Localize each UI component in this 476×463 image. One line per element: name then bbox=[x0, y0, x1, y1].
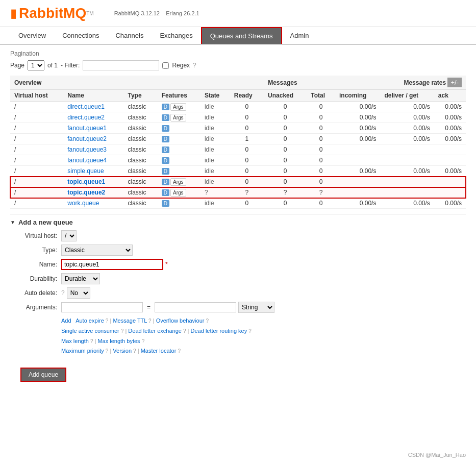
add-queue-button[interactable]: Add queue bbox=[20, 368, 66, 382]
arg-master-locator[interactable]: Master locator bbox=[141, 348, 177, 354]
cell-deliver: 0.00/s bbox=[380, 123, 434, 134]
cell-name[interactable]: topic.queue2 bbox=[63, 187, 123, 198]
type-row: Type: Classic Quorum Stream bbox=[10, 245, 466, 256]
pagination-section: Pagination Page 1 of 1 - Filter: Regex ? bbox=[10, 50, 466, 70]
auto-delete-select[interactable]: No Yes bbox=[67, 287, 90, 299]
cell-type: classic bbox=[123, 177, 157, 187]
cell-unacked: 0 bbox=[264, 144, 307, 155]
name-required: * bbox=[165, 261, 168, 268]
col-total: Total bbox=[307, 90, 335, 102]
header: ▮ RabbitMQ TM RabbitMQ 3.12.12 Erlang 26… bbox=[0, 0, 476, 27]
table-row[interactable]: / fanout.queue1 classic D idle 0 0 0 0.0… bbox=[10, 123, 466, 134]
arg-add[interactable]: Add bbox=[61, 318, 71, 324]
table-row[interactable]: / fanout.queue3 classic D idle 0 0 0 bbox=[10, 144, 466, 155]
cell-type: classic bbox=[123, 187, 157, 198]
cell-name[interactable]: topic.queue1 bbox=[63, 177, 123, 187]
arg-dead-letter-routing-key[interactable]: Dead letter routing key bbox=[191, 328, 247, 334]
col-ready: Ready bbox=[230, 90, 264, 102]
nav-overview[interactable]: Overview bbox=[10, 27, 54, 44]
durability-row: Durability: Durable Transient bbox=[10, 273, 466, 284]
table-row[interactable]: / direct.queue2 classic DArgs idle 0 0 0… bbox=[10, 112, 466, 123]
nav: Overview Connections Channels Exchanges … bbox=[0, 27, 476, 45]
arg-message-ttl[interactable]: Message TTL bbox=[113, 318, 147, 324]
cell-name[interactable]: work.queue bbox=[63, 198, 123, 209]
page-select[interactable]: 1 bbox=[28, 60, 44, 70]
cell-deliver: 0.00/s bbox=[380, 198, 434, 209]
cell-total: 0 bbox=[307, 198, 335, 209]
cell-name[interactable]: fanout.queue2 bbox=[63, 134, 123, 144]
cell-name[interactable]: fanout.queue3 bbox=[63, 144, 123, 155]
nav-admin[interactable]: Admin bbox=[282, 27, 317, 44]
arg-maximum-priority[interactable]: Maximum priority bbox=[61, 348, 104, 354]
type-select[interactable]: Classic Quorum Stream bbox=[61, 245, 133, 256]
arg-single-active-consumer[interactable]: Single active consumer bbox=[61, 328, 119, 334]
argument-type-select[interactable]: String Number Boolean List bbox=[238, 302, 274, 313]
argument-key-input[interactable] bbox=[61, 302, 143, 312]
cell-vhost: / bbox=[10, 144, 63, 155]
name-input[interactable] bbox=[61, 259, 163, 270]
table-row[interactable]: / simple.queue classic D idle 0 0 0 0.00… bbox=[10, 166, 466, 177]
cell-unacked: 0 bbox=[264, 102, 307, 112]
cell-type: classic bbox=[123, 155, 157, 166]
cell-name[interactable]: fanout.queue4 bbox=[63, 155, 123, 166]
cell-ready: 0 bbox=[230, 155, 264, 166]
cell-name[interactable]: direct.queue2 bbox=[63, 112, 123, 123]
logo-tm: TM bbox=[86, 11, 93, 16]
cell-type: classic bbox=[123, 198, 157, 209]
cell-name[interactable]: simple.queue bbox=[63, 166, 123, 177]
badge-args: Args bbox=[170, 189, 186, 197]
arg-overflow-behaviour[interactable]: Overflow behaviour bbox=[156, 318, 205, 324]
add-queue-title[interactable]: ▼ Add a new queue bbox=[10, 218, 466, 226]
table-row[interactable]: / topic.queue2 classic DArgs ? ? ? ? bbox=[10, 187, 466, 198]
arg-auto-expire[interactable]: Auto expire bbox=[76, 318, 104, 324]
badge-args: Args bbox=[170, 114, 186, 121]
nav-exchanges[interactable]: Exchanges bbox=[152, 27, 201, 44]
cell-name[interactable]: direct.queue1 bbox=[63, 102, 123, 112]
filter-input[interactable] bbox=[83, 60, 159, 70]
cell-features: D bbox=[158, 144, 201, 155]
cell-state: idle bbox=[201, 102, 230, 112]
cell-type: classic bbox=[123, 102, 157, 112]
cell-features: DArgs bbox=[158, 102, 201, 112]
table-row[interactable]: / direct.queue1 classic DArgs idle 0 0 0… bbox=[10, 102, 466, 112]
badge-args: Args bbox=[170, 103, 186, 111]
cell-features: D bbox=[158, 166, 201, 177]
cell-state: idle bbox=[201, 112, 230, 123]
arg-dead-letter-exchange[interactable]: Dead letter exchange bbox=[128, 328, 182, 334]
badge-d: D bbox=[162, 147, 169, 153]
table-row[interactable]: / topic.queue1 classic DArgs idle 0 0 0 bbox=[10, 177, 466, 187]
col-name: Name bbox=[63, 90, 123, 102]
add-queue-title-text: Add a new queue bbox=[18, 218, 73, 226]
badge-d: D bbox=[162, 200, 169, 207]
table-row[interactable]: / fanout.queue4 classic D idle 0 0 0 bbox=[10, 155, 466, 166]
table-row[interactable]: / work.queue classic D idle 0 0 0 0.00/s… bbox=[10, 198, 466, 209]
cell-ready: 0 bbox=[230, 123, 264, 134]
table-section: Overview Messages Message rates +/- Virt… bbox=[10, 76, 466, 209]
cell-incoming: 0.00/s bbox=[335, 166, 380, 177]
cell-ack: 0.00/s bbox=[434, 123, 466, 134]
badge-d: D bbox=[162, 104, 169, 110]
cell-incoming: 0.00/s bbox=[335, 112, 380, 123]
main-content: Pagination Page 1 of 1 - Filter: Regex ?… bbox=[0, 45, 476, 387]
arg-version[interactable]: Version bbox=[113, 348, 132, 354]
table-row[interactable]: / fanout.queue2 classic D idle 1 0 0 0.0… bbox=[10, 134, 466, 144]
cell-total: 0 bbox=[307, 123, 335, 134]
badge-d: D bbox=[162, 179, 169, 185]
nav-channels[interactable]: Channels bbox=[107, 27, 152, 44]
cell-total: 0 bbox=[307, 144, 335, 155]
of-label: of 1 bbox=[47, 62, 58, 69]
cell-ack bbox=[434, 187, 466, 198]
add-column-button[interactable]: +/- bbox=[447, 78, 462, 87]
arg-max-length[interactable]: Max length bbox=[61, 338, 89, 344]
regex-checkbox[interactable] bbox=[162, 62, 169, 69]
cell-name[interactable]: fanout.queue1 bbox=[63, 123, 123, 134]
virtual-host-select[interactable]: / bbox=[61, 230, 77, 241]
durability-select[interactable]: Durable Transient bbox=[61, 273, 100, 284]
argument-value-input[interactable] bbox=[155, 302, 236, 312]
nav-connections[interactable]: Connections bbox=[54, 27, 107, 44]
nav-queues-streams[interactable]: Queues and Streams bbox=[201, 27, 282, 44]
cell-incoming: 0.00/s bbox=[335, 198, 380, 209]
cell-ack: 0.00/s bbox=[434, 198, 466, 209]
cell-ready: 0 bbox=[230, 166, 264, 177]
arg-max-length-bytes[interactable]: Max length bytes bbox=[97, 338, 140, 344]
